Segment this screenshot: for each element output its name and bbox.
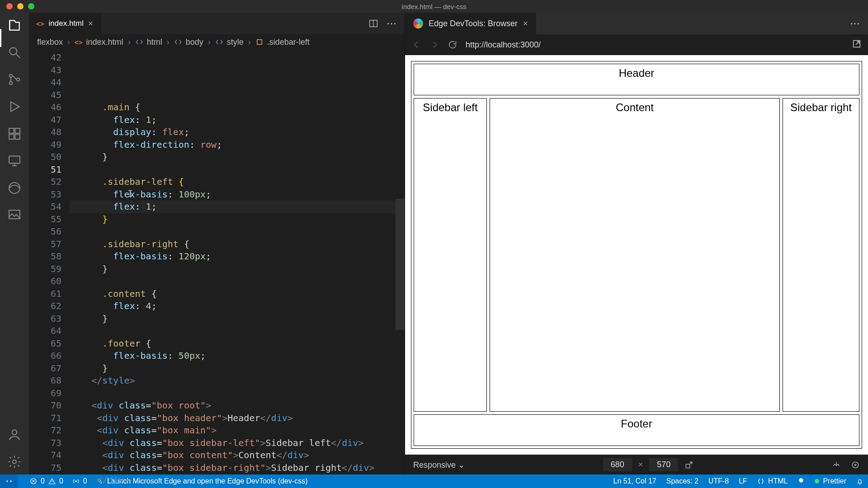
- svg-rect-4: [9, 128, 14, 133]
- device-selector[interactable]: Responsive ⌄: [413, 460, 465, 470]
- inspect-icon[interactable]: [851, 460, 860, 469]
- breadcrumb-folder: flexbox: [37, 38, 63, 47]
- dimension-separator-icon: ×: [638, 460, 643, 469]
- cursor-position[interactable]: Ln 51, Col 17: [613, 477, 656, 485]
- preview-viewport: Header Sidebar left Content Sidebar righ…: [405, 55, 868, 455]
- device-toolbar: Responsive ⌄ ×: [405, 455, 868, 474]
- eol-status[interactable]: LF: [739, 477, 747, 485]
- chevron-right-icon: ›: [67, 38, 70, 47]
- svg-point-17: [854, 464, 856, 465]
- preview-sidebar-left-label: Sidebar left: [423, 101, 477, 411]
- close-window-button[interactable]: [6, 3, 13, 9]
- open-external-icon[interactable]: [852, 39, 862, 49]
- svg-point-0: [9, 47, 17, 55]
- formatter-status[interactable]: Prettier: [815, 477, 846, 485]
- chevron-right-icon: ›: [128, 38, 131, 47]
- breadcrumb-node: html: [147, 38, 162, 47]
- remote-explorer-icon[interactable]: [7, 154, 22, 168]
- run-debug-icon[interactable]: [7, 99, 22, 114]
- breadcrumb-file: index.html: [86, 38, 123, 47]
- tab-index-html[interactable]: <> index.html ×: [29, 13, 101, 34]
- breadcrumb-node: style: [227, 38, 244, 47]
- screenshot-icon[interactable]: [832, 460, 841, 469]
- code-editor[interactable]: 4243444546474849505152535455565758596061…: [29, 50, 405, 474]
- tag-icon: [215, 38, 223, 46]
- error-count: 0: [41, 477, 45, 485]
- svg-rect-5: [15, 128, 20, 133]
- devtools-preview-group: Edge DevTools: Browser × ⋯ http://localh…: [405, 13, 868, 474]
- preview-header: Header: [414, 64, 859, 95]
- svg-rect-14: [257, 40, 262, 45]
- editor-tab-bar: <> index.html × ⋯: [29, 13, 405, 34]
- explorer-icon[interactable]: [7, 18, 22, 33]
- edge-tools-icon[interactable]: [7, 181, 22, 195]
- preview-sidebar-left: Sidebar left: [414, 98, 487, 412]
- svg-rect-6: [9, 134, 14, 139]
- minimap-viewport[interactable]: [396, 199, 405, 330]
- search-icon[interactable]: [7, 45, 22, 60]
- svg-rect-8: [9, 156, 20, 163]
- more-actions-icon[interactable]: ⋯: [387, 18, 396, 29]
- remote-indicator[interactable]: [0, 474, 18, 488]
- svg-point-2: [9, 82, 13, 85]
- warning-count: 0: [59, 477, 63, 485]
- indentation-status[interactable]: Spaces: 2: [666, 477, 698, 485]
- viewport-width-input[interactable]: [603, 458, 632, 471]
- active-view-indicator: [0, 29, 1, 47]
- preview-content-label: Content: [616, 101, 654, 411]
- reload-icon[interactable]: [448, 40, 458, 50]
- tab-close-icon[interactable]: ×: [88, 19, 93, 28]
- chevron-right-icon: ›: [167, 38, 170, 47]
- html-file-icon: <>: [75, 38, 83, 46]
- viewport-height-input[interactable]: [649, 458, 678, 471]
- window-title: index.html — dev-css: [401, 3, 466, 10]
- svg-rect-10: [9, 210, 20, 219]
- settings-gear-icon[interactable]: [7, 455, 22, 469]
- svg-point-16: [852, 462, 858, 468]
- encoding-status[interactable]: UTF-8: [708, 477, 729, 485]
- tab-close-icon[interactable]: ×: [523, 19, 528, 28]
- tab-label: Edge DevTools: Browser: [429, 19, 518, 28]
- nav-forward-icon[interactable]: [429, 40, 439, 50]
- nav-back-icon[interactable]: [411, 40, 421, 50]
- braces-icon: [757, 478, 764, 485]
- fullscreen-window-button[interactable]: [28, 3, 34, 9]
- minimize-window-button[interactable]: [17, 3, 24, 9]
- prettier-status-icon: [815, 479, 819, 483]
- extensions-icon[interactable]: [7, 127, 22, 141]
- preview-header-label: Header: [619, 67, 655, 95]
- text-cursor-icon: 𝙸: [127, 188, 133, 200]
- minimap[interactable]: [396, 50, 405, 474]
- rotate-icon[interactable]: [684, 460, 693, 469]
- chevron-right-icon: ›: [208, 38, 211, 47]
- code-content[interactable]: 𝙸 .main { flex: 1; display: flex; flex-d…: [70, 50, 405, 474]
- language-mode[interactable]: HTML: [757, 477, 788, 485]
- image-tool-icon[interactable]: [7, 208, 22, 222]
- more-actions-icon[interactable]: ⋯: [850, 18, 860, 29]
- problems-indicator[interactable]: 0 0: [30, 477, 63, 485]
- preview-content: Content: [490, 98, 780, 412]
- editor-group: <> index.html × ⋯ flexbox › <> index.htm…: [29, 13, 405, 474]
- html-file-icon: <>: [36, 20, 44, 28]
- tab-edge-devtools[interactable]: Edge DevTools: Browser ×: [405, 13, 536, 34]
- breadcrumb[interactable]: flexbox › <> index.html › html › body › …: [29, 34, 405, 50]
- url-input[interactable]: http://localhost:3000/: [466, 40, 844, 50]
- preview-footer-label: Footer: [621, 418, 652, 446]
- svg-point-9: [9, 183, 20, 193]
- formatter-label: Prettier: [823, 477, 846, 485]
- breadcrumb-node: .sidebar-left: [267, 38, 310, 47]
- chevron-right-icon: ›: [248, 38, 251, 47]
- svg-point-3: [17, 78, 20, 81]
- preview-sidebar-right: Sidebar right: [783, 98, 859, 412]
- notifications-bell-icon[interactable]: [856, 478, 863, 485]
- accounts-icon[interactable]: [7, 427, 22, 442]
- tab-label: index.html: [49, 19, 84, 28]
- go-live-icon[interactable]: [797, 477, 805, 486]
- source-control-icon[interactable]: [7, 72, 22, 87]
- warning-icon: [48, 478, 56, 485]
- split-editor-icon[interactable]: [368, 19, 378, 28]
- line-number-gutter: 4243444546474849505152535455565758596061…: [29, 50, 70, 474]
- selector-icon: [255, 38, 264, 46]
- preview-footer: Footer: [414, 414, 859, 446]
- error-icon: [30, 478, 37, 485]
